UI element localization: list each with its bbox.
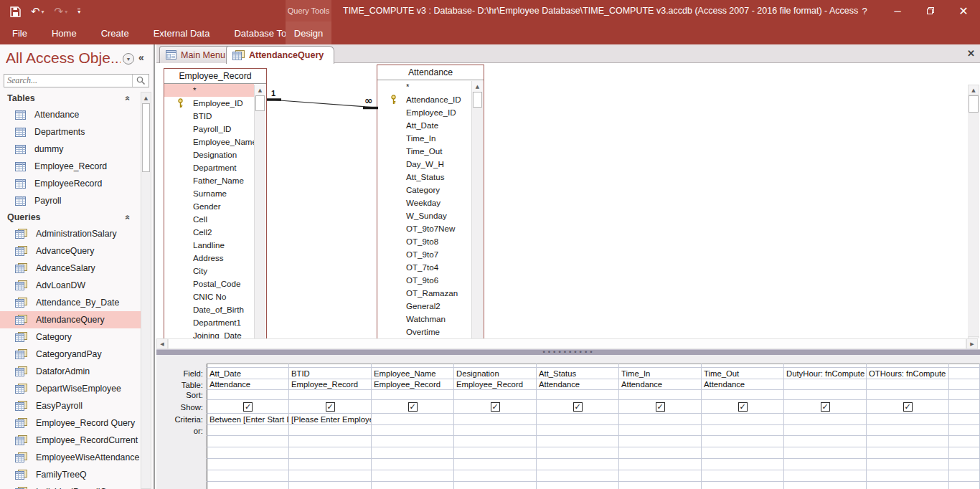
show-checkbox[interactable]: ✓ <box>573 402 583 412</box>
grid-cell-e1-col8[interactable] <box>784 436 867 447</box>
field-row-watchman[interactable]: Watchman <box>377 313 484 326</box>
sidebar-item-attendancequery[interactable]: AttendanceQuery <box>0 311 141 328</box>
grid-cell-sort-col10[interactable] <box>949 390 980 400</box>
sidebar-item-advancesalary[interactable]: AdvanceSalary <box>0 260 141 277</box>
grid-cell-show-col6[interactable]: ✓ <box>619 400 702 414</box>
grid-cell-field-col3[interactable]: Employee_Name <box>372 368 454 379</box>
grid-cell-e4-col3[interactable] <box>372 470 454 482</box>
grid-cell-e3-col5[interactable] <box>537 459 619 470</box>
grid-cell-e4-col5[interactable] <box>537 470 619 482</box>
field-row-weekday[interactable]: Weekday <box>377 196 484 209</box>
show-checkbox[interactable]: ✓ <box>821 402 830 412</box>
nav-group-header-tables[interactable]: Tables« <box>0 90 141 106</box>
nav-group-header-queries[interactable]: Queries« <box>0 209 141 225</box>
grid-cell-e5-col9[interactable] <box>867 482 949 489</box>
sidebar-item-individualpayrollquery[interactable]: IndividualPayrollQuery <box>0 483 141 489</box>
grid-cell-e2-col10[interactable] <box>949 447 980 459</box>
show-checkbox[interactable]: ✓ <box>408 402 418 412</box>
sidebar-item-familytreeq[interactable]: FamilyTreeQ <box>0 466 141 483</box>
field-row-ot-9to7new[interactable]: OT_9to7New <box>377 222 484 235</box>
ribbon-tab-external-data[interactable]: External Data <box>141 22 222 44</box>
grid-cell-field-col1[interactable]: Att_Date <box>207 368 289 379</box>
grid-cell-criteria-col4[interactable] <box>454 414 537 425</box>
sidebar-item-easypayroll[interactable]: EasyPayroll <box>0 397 141 414</box>
field-row-overtime[interactable]: Overtime <box>377 326 484 338</box>
grid-cell-e2-col2[interactable] <box>289 447 372 459</box>
field-row-ot-9to6[interactable]: OT_9to6 <box>377 274 484 287</box>
grid-cell-e3-col3[interactable] <box>372 459 454 470</box>
scroll-up-icon[interactable]: ▲ <box>472 81 483 92</box>
grid-cell-or-col8[interactable] <box>784 425 867 436</box>
help-button[interactable]: ? <box>848 6 881 16</box>
search-input[interactable] <box>4 75 132 86</box>
sidebar-item-advancequery[interactable]: AdvanceQuery <box>0 242 141 260</box>
field-row-time-out[interactable]: Time_Out <box>377 145 484 158</box>
grid-cell-e2-col8[interactable] <box>784 447 867 459</box>
grid-cell-sort-col1[interactable] <box>207 390 289 400</box>
grid-cell-or-col7[interactable] <box>702 425 784 436</box>
grid-cell-e5-col8[interactable] <box>784 482 867 489</box>
scrollbar-thumb[interactable] <box>255 95 265 111</box>
restore-button[interactable] <box>914 6 947 16</box>
grid-cell-e1-col7[interactable] <box>702 436 784 447</box>
grid-cell-e5-col3[interactable] <box>372 482 454 489</box>
save-button[interactable] <box>10 6 21 17</box>
field-row-ot-9to7[interactable]: OT_9to7 <box>377 248 484 261</box>
grid-cell-field-col10[interactable] <box>949 368 980 379</box>
sidebar-item-employee-record[interactable]: Employee_Record <box>0 158 141 175</box>
grid-cell-e2-col7[interactable] <box>702 447 784 459</box>
sidebar-item-employeerecord[interactable]: EmployeeRecord <box>0 175 141 192</box>
grid-cell-e2-col5[interactable] <box>537 447 619 459</box>
field-list-attendance[interactable]: Attendance*Attendance_IDEmployee_IDAtt_D… <box>377 65 484 338</box>
ribbon-tab-file[interactable]: File <box>0 22 39 44</box>
pane-splitter[interactable]: •••••••••• <box>156 349 980 355</box>
grid-cell-or-col9[interactable] <box>867 425 949 436</box>
grid-cell-field-col2[interactable]: BTID <box>289 368 372 379</box>
grid-cell-e2-col6[interactable] <box>619 447 702 459</box>
grid-cell-e5-col10[interactable] <box>949 482 980 489</box>
sidebar-item-attendance[interactable]: Attendance <box>0 106 141 123</box>
grid-cell-table-col3[interactable]: Employee_Record <box>372 379 454 390</box>
field-list-scrollbar[interactable]: ▲ <box>471 81 483 338</box>
grid-cell-e3-col6[interactable] <box>619 459 702 470</box>
sidebar-item-departments[interactable]: Departments <box>0 123 141 141</box>
search-button[interactable] <box>133 76 149 85</box>
grid-cell-e4-col8[interactable] <box>784 470 867 482</box>
sidebar-item-category[interactable]: Category <box>0 328 141 346</box>
field-row-cell[interactable]: Cell <box>164 213 266 226</box>
grid-cell-or-col2[interactable] <box>289 425 372 436</box>
grid-cell-sort-col3[interactable] <box>372 390 454 400</box>
grid-cell-table-col7[interactable]: Attendance <box>702 379 784 390</box>
field-row-cell2[interactable]: Cell2 <box>164 226 266 239</box>
grid-cell-or-col4[interactable] <box>454 425 537 436</box>
grid-cell-e3-col10[interactable] <box>949 459 980 470</box>
field-row-landline[interactable]: Landline <box>164 239 266 252</box>
field-row-department1[interactable]: Department1 <box>164 316 266 329</box>
grid-cell-table-col4[interactable]: Employee_Record <box>454 379 537 390</box>
grid-cell-criteria-col1[interactable]: Between [Enter Start D <box>207 414 289 425</box>
collapse-group-icon[interactable]: « <box>123 96 133 101</box>
field-row-father-name[interactable]: Father_Name <box>164 174 266 187</box>
grid-cell-criteria-col2[interactable]: [Please Enter Employe <box>289 414 372 425</box>
show-checkbox[interactable]: ✓ <box>243 402 253 412</box>
grid-cell-criteria-col10[interactable] <box>949 414 980 425</box>
grid-cell-e3-col7[interactable] <box>702 459 784 470</box>
grid-cell-field-col6[interactable]: Time_In <box>619 368 702 379</box>
field-row-postal-code[interactable]: Postal_Code <box>164 277 266 290</box>
ribbon-tab-design[interactable]: Design <box>286 22 331 44</box>
grid-cell-show-col7[interactable]: ✓ <box>702 400 784 414</box>
grid-cell-table-col5[interactable]: Attendance <box>537 379 619 390</box>
field-row-att-status[interactable]: Att_Status <box>377 171 484 184</box>
grid-cell-field-col9[interactable]: OTHours: fnCompute <box>867 368 949 379</box>
grid-cell-criteria-col8[interactable] <box>784 414 867 425</box>
grid-cell-table-col2[interactable]: Employee_Record <box>289 379 372 390</box>
collapse-group-icon[interactable]: « <box>123 215 133 220</box>
grid-cell-e1-col1[interactable] <box>207 436 289 447</box>
field-row-cnic-no[interactable]: CNIC No <box>164 290 266 303</box>
grid-cell-e3-col4[interactable] <box>454 459 537 470</box>
sidebar-item-categoryandpay[interactable]: CategoryandPay <box>0 346 141 363</box>
grid-cell-sort-col4[interactable] <box>454 390 537 400</box>
close-document-icon[interactable]: ✕ <box>967 48 975 59</box>
grid-cell-e4-col7[interactable] <box>702 470 784 482</box>
grid-cell-e5-col5[interactable] <box>537 482 619 489</box>
